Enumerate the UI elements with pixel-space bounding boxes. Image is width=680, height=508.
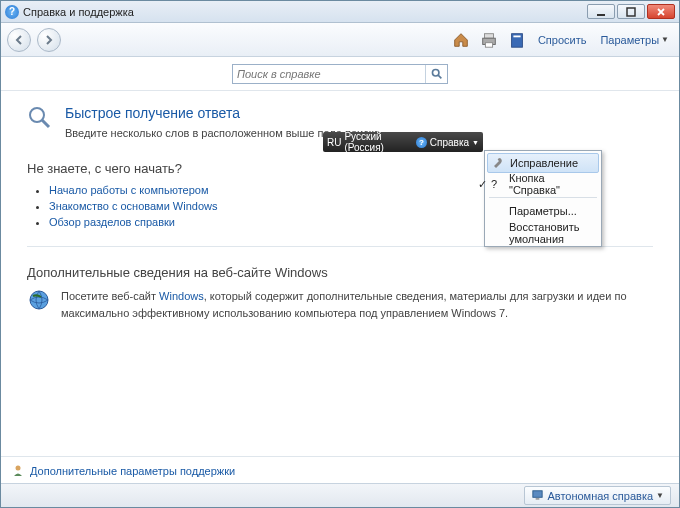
menu-item-help-button[interactable]: ✓ ? Кнопка "Справка"	[487, 173, 599, 195]
web-section: Посетите веб-сайт Windows, который содер…	[27, 288, 653, 321]
back-button[interactable]	[7, 28, 31, 52]
svg-rect-2	[484, 33, 493, 38]
magnifier-icon	[27, 105, 55, 139]
language-bar[interactable]: RU Русский (Россия) ? Справка ▼	[323, 132, 483, 152]
help-toolbar-label: Справка	[430, 137, 469, 148]
toolbar: Спросить Параметры ▼	[1, 23, 679, 57]
svg-rect-6	[513, 35, 520, 37]
bottom-link-row: Дополнительные параметры поддержки	[1, 456, 679, 483]
titlebar: ? Справка и поддержка	[1, 1, 679, 23]
svg-point-10	[16, 466, 21, 471]
check-icon: ✓	[475, 177, 489, 191]
svg-rect-1	[627, 8, 635, 16]
computer-icon	[531, 488, 544, 503]
quick-answer-heading: Быстрое получение ответа	[65, 105, 383, 121]
lang-code: RU	[327, 137, 341, 148]
browse-help-icon[interactable]	[506, 29, 528, 51]
search-input[interactable]	[233, 68, 425, 80]
maximize-button[interactable]	[617, 4, 645, 19]
search-icon	[430, 67, 443, 80]
options-button[interactable]: Параметры ▼	[596, 32, 673, 48]
help-mode-label: Автономная справка	[547, 490, 653, 502]
print-icon[interactable]	[478, 29, 500, 51]
chevron-down-icon: ▼	[472, 139, 479, 146]
menu-item-fix[interactable]: Исправление	[487, 153, 599, 173]
svg-point-9	[30, 291, 48, 309]
search-box	[232, 64, 448, 84]
menu-label: Восстановить умолчания	[509, 221, 593, 245]
statusbar: Автономная справка ▼	[1, 483, 679, 507]
search-button[interactable]	[425, 65, 447, 83]
link-getting-started[interactable]: Начало работы с компьютером	[49, 184, 209, 196]
menu-item-restore-defaults[interactable]: Восстановить умолчания	[487, 222, 599, 244]
lang-name: Русский (Россия)	[344, 131, 409, 153]
support-icon	[11, 463, 25, 479]
chevron-down-icon: ▼	[656, 491, 664, 500]
menu-separator	[489, 197, 597, 198]
menu-item-settings[interactable]: Параметры...	[487, 200, 599, 222]
options-dropdown: Исправление ✓ ? Кнопка "Справка" Парамет…	[484, 150, 602, 247]
web-heading: Дополнительные сведения на веб-сайте Win…	[27, 265, 653, 280]
language-indicator[interactable]: RU Русский (Россия)	[327, 131, 410, 153]
svg-point-8	[30, 108, 44, 122]
svg-rect-12	[536, 498, 540, 499]
help-app-icon: ?	[5, 5, 19, 19]
minimize-button[interactable]	[587, 4, 615, 19]
link-browse-help[interactable]: Обзор разделов справки	[49, 216, 175, 228]
help-window: ? Справка и поддержка Спросить	[0, 0, 680, 508]
ask-button[interactable]: Спросить	[534, 32, 591, 48]
help-toolbar-button[interactable]: ? Справка ▼	[416, 137, 479, 148]
ask-label: Спросить	[538, 34, 587, 46]
more-support-options-link[interactable]: Дополнительные параметры поддержки	[30, 465, 235, 477]
windows-website-link[interactable]: Windows	[159, 290, 204, 302]
menu-label: Параметры...	[509, 205, 577, 217]
link-windows-basics[interactable]: Знакомство с основами Windows	[49, 200, 217, 212]
svg-rect-0	[597, 14, 605, 16]
help-icon: ?	[416, 137, 427, 148]
help-mode-button[interactable]: Автономная справка ▼	[524, 486, 671, 505]
svg-rect-11	[533, 491, 542, 498]
svg-rect-4	[485, 42, 492, 47]
close-button[interactable]	[647, 4, 675, 19]
window-title: Справка и поддержка	[23, 6, 585, 18]
menu-label: Исправление	[510, 157, 578, 169]
web-text: Посетите веб-сайт Windows, который содер…	[61, 288, 653, 321]
search-row	[1, 57, 679, 91]
options-label: Параметры	[600, 34, 659, 46]
globe-icon	[27, 288, 51, 321]
home-icon[interactable]	[450, 29, 472, 51]
svg-point-7	[432, 69, 439, 76]
menu-label: Кнопка "Справка"	[509, 172, 593, 196]
forward-button[interactable]	[37, 28, 61, 52]
chevron-down-icon: ▼	[661, 35, 669, 44]
help-icon: ?	[490, 177, 504, 191]
wrench-icon	[491, 156, 505, 170]
